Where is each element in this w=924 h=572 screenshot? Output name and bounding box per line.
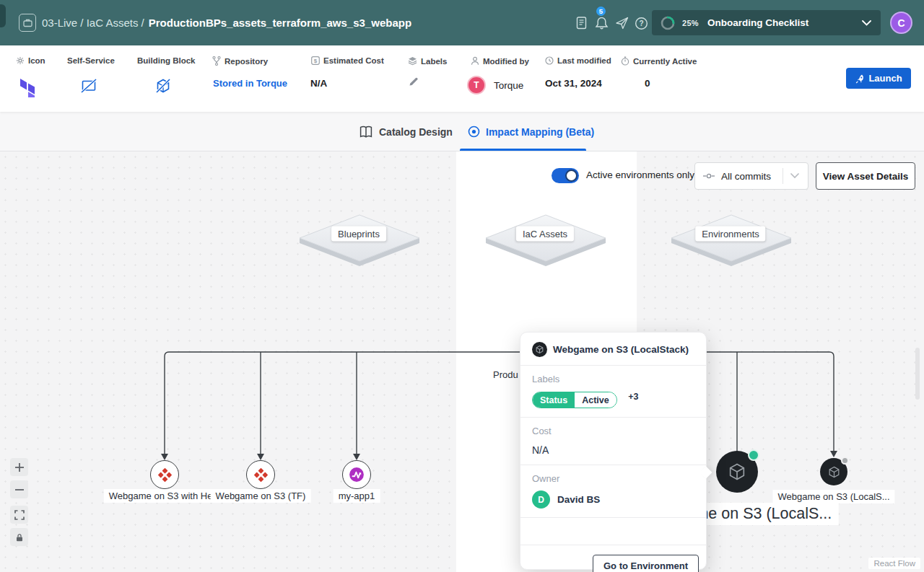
go-to-environment-button[interactable]: Go to Environment	[593, 555, 699, 572]
owner-heading: Owner	[532, 473, 694, 484]
purple-activity-app-icon	[349, 467, 365, 483]
col-label-repository: Repository	[225, 57, 268, 66]
tab-bar: Catalog Design Impact Mapping (Beta)	[0, 112, 924, 151]
owner-name: David BS	[557, 494, 600, 505]
active-environments-toggle[interactable]	[552, 168, 579, 183]
tab-catalog-design[interactable]: Catalog Design	[359, 112, 453, 151]
cube-icon	[727, 462, 747, 482]
onboarding-percent: 25%	[682, 19, 699, 27]
launch-button[interactable]: Launch	[846, 68, 911, 89]
gear-icon	[16, 56, 25, 65]
platform-label-environments[interactable]: Environments	[695, 226, 765, 242]
col-label-estimated-cost: Estimated Cost	[323, 56, 384, 65]
cube-icon	[532, 342, 547, 357]
terraform-logo-icon	[20, 78, 38, 100]
dropdown-separator	[783, 168, 783, 184]
help-icon[interactable]: ?	[634, 16, 648, 30]
canvas-scrollbar-thumb[interactable]	[915, 348, 920, 400]
breadcrumb-path[interactable]: 03-Live / IaC Assets /	[42, 17, 144, 29]
asset-meta-bar: Icon Self-Service Building Block Reposit…	[0, 45, 924, 112]
space-icon[interactable]	[19, 14, 36, 32]
popup-cost-section: Cost N/A	[520, 418, 706, 465]
notification-badge: 5	[595, 5, 607, 17]
labels-more-count[interactable]: +3	[628, 392, 638, 402]
labels-heading: Labels	[532, 374, 694, 384]
platform-label-blueprints[interactable]: Blueprints	[331, 226, 386, 242]
last-modified-value: Oct 31, 2024	[545, 78, 602, 89]
col-label-icon: Icon	[28, 56, 45, 65]
view-asset-details-button[interactable]: View Asset Details	[816, 162, 915, 190]
meta-col-modified-by: Modified by T Torque	[471, 56, 529, 66]
meta-col-estimated-cost: $ Estimated Cost N/A	[311, 56, 384, 65]
red-lattice-app-icon	[157, 467, 173, 483]
env-node-webgame-tf[interactable]	[246, 460, 275, 489]
env-node-my-app1[interactable]	[342, 460, 371, 489]
notifications-bell-icon[interactable]	[594, 16, 609, 30]
clock-icon	[545, 56, 554, 65]
popup-footer: Go to Environment	[520, 545, 706, 572]
cube-icon	[827, 465, 841, 479]
onboarding-label: Onboarding Checklist	[707, 17, 808, 28]
impact-mapping-canvas[interactable]: Blueprints IaC Assets Environments Activ…	[0, 151, 924, 572]
env-node-webgame-helm[interactable]	[150, 460, 179, 489]
fit-view-button[interactable]	[10, 506, 28, 524]
col-label-modified-by: Modified by	[483, 57, 529, 66]
env-node-webgame-localstack-2[interactable]	[820, 458, 847, 485]
meta-col-labels: Labels	[408, 56, 447, 66]
zoom-out-button[interactable]	[10, 480, 28, 498]
env-node-webgame-localstack-selected[interactable]	[716, 451, 758, 493]
popup-header: Webgame on S3 (LocalStack)	[520, 333, 706, 365]
progress-ring-icon	[660, 15, 676, 31]
svg-text:?: ?	[639, 19, 643, 27]
col-label-labels: Labels	[421, 57, 447, 66]
owner-avatar: D	[532, 490, 550, 509]
popup-labels-section: Labels Status Active +3	[520, 366, 706, 417]
meta-col-self-service: Self-Service	[67, 56, 115, 65]
chevron-down-icon[interactable]	[862, 20, 871, 26]
sidebar-collapsed-handle[interactable]	[0, 4, 6, 27]
currently-active-value: 0	[645, 78, 650, 89]
user-avatar[interactable]: C	[890, 12, 912, 34]
zoom-in-button[interactable]	[10, 458, 28, 476]
person-icon	[471, 56, 479, 66]
label-value: Active	[575, 392, 616, 408]
env-node-label[interactable]: Webgame on S3 (LocalS...	[772, 490, 894, 503]
repository-link[interactable]: Stored in Torque	[213, 78, 287, 89]
status-label-pill[interactable]: Status Active	[532, 392, 617, 408]
stopwatch-icon	[621, 56, 629, 66]
popup-empty-section	[520, 518, 706, 545]
breadcrumb[interactable]: 03-Live / IaC Assets / ProductionBPs_ass…	[42, 0, 411, 45]
edit-labels-button[interactable]	[408, 76, 419, 90]
tab-impact-mapping[interactable]: Impact Mapping (Beta)	[468, 112, 594, 151]
lock-button[interactable]	[10, 528, 28, 546]
briefcase-icon	[23, 18, 32, 27]
building-block-disabled-icon	[155, 78, 171, 97]
dollar-icon: $	[311, 56, 320, 65]
rocket-icon	[855, 74, 864, 84]
target-pin-icon	[468, 126, 480, 138]
meta-col-currently-active: Currently Active 0	[621, 56, 697, 66]
pencil-icon	[408, 76, 419, 87]
documentation-icon[interactable]	[574, 16, 588, 30]
meta-col-repository: Repository Stored in Torque	[212, 56, 268, 66]
meta-col-building-block: Building Block	[137, 56, 196, 65]
platform-environments	[670, 214, 793, 270]
env-node-label[interactable]: Webgame on S3 (TF)	[211, 489, 311, 503]
estimated-cost-value: N/A	[310, 78, 327, 89]
env-node-label[interactable]: my-app1	[334, 489, 380, 503]
environment-details-popup: Webgame on S3 (LocalStack) Labels Status…	[520, 332, 707, 570]
popup-owner-section: Owner D David BS	[520, 465, 706, 517]
onboarding-checklist-panel[interactable]: 25% Onboarding Checklist	[652, 10, 881, 35]
lock-icon	[15, 533, 24, 542]
col-label-self-service: Self-Service	[67, 56, 115, 65]
send-feedback-icon[interactable]	[615, 16, 629, 30]
commits-filter-dropdown[interactable]: All commits	[694, 162, 808, 190]
top-header: 03-Live / IaC Assets / ProductionBPs_ass…	[0, 0, 924, 45]
modified-by-name: Torque	[494, 80, 523, 91]
root-node-label[interactable]: Produ	[489, 368, 523, 382]
chevron-down-icon[interactable]	[790, 173, 799, 179]
platform-label-iac-assets[interactable]: IaC Assets	[516, 226, 574, 242]
env-node-label[interactable]: Webgame on S3 with He...	[104, 489, 225, 503]
active-tab-underline	[460, 149, 586, 151]
meta-col-icon: Icon	[16, 56, 45, 65]
